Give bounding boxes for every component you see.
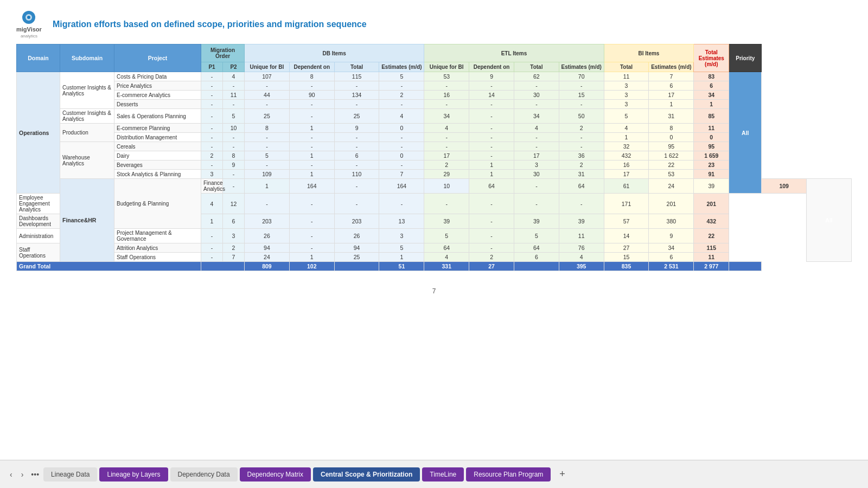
etl-cell: -	[514, 133, 559, 142]
etl-cell: 11	[559, 229, 604, 243]
project-cell: Beverages	[114, 160, 201, 170]
etl-cell: -	[469, 194, 514, 214]
tab-lineage-layers[interactable]: Lineage by Layers	[99, 467, 168, 481]
etl-cell: -	[469, 151, 514, 160]
grand-total-cell	[334, 262, 379, 271]
db-cell: -	[289, 133, 334, 142]
bi-cell: 22	[649, 160, 694, 170]
p2-cell: -	[223, 100, 245, 109]
total-est-cell: 6	[694, 81, 729, 91]
tab-dependency-matrix[interactable]: Dependency Matrix	[240, 467, 311, 481]
tab-dependency-data[interactable]: Dependency Data	[170, 467, 238, 481]
p2-cell: 3	[223, 229, 245, 243]
subdomain-cell: Customer Insights & Analytics	[60, 109, 114, 124]
table-row: Staff Operations-7241251426415611	[17, 253, 852, 262]
bi-cell: 3	[604, 91, 649, 100]
table-row: E-commerce Analytics-1144901342161430153…	[17, 91, 852, 100]
grand-total-cell: 835	[604, 262, 649, 271]
grand-total-cell: 331	[424, 262, 469, 271]
p1-cell: 4	[201, 194, 223, 214]
tab-central-scope[interactable]: Central Scope & Prioritization	[313, 467, 420, 481]
bi-cell: 432	[604, 151, 649, 160]
table-row: AdministrationProject Management & Gover…	[17, 229, 852, 243]
table-row: Warehouse AnalyticsCereals----------3295…	[17, 142, 852, 151]
tab-add-button[interactable]: +	[555, 467, 570, 481]
db-cell: -	[334, 81, 379, 91]
tab-more-button[interactable]: •••	[29, 470, 41, 479]
bi-cell: 0	[649, 133, 694, 142]
db-cell: 90	[289, 91, 334, 100]
col-total: TotalEstimates(m/d)	[694, 44, 729, 72]
p2-cell: 2	[223, 243, 245, 253]
svg-point-2	[27, 16, 30, 19]
total-est-cell: 115	[694, 243, 729, 253]
db-cell: -	[334, 194, 379, 214]
project-cell: Finance Analytics	[201, 179, 223, 194]
project-cell: Staff Operations	[114, 253, 201, 262]
logo: migVisor analytics	[16, 10, 42, 38]
etl-cell: 5	[424, 229, 469, 243]
p2-cell: 12	[223, 194, 245, 214]
p1-cell: -	[201, 72, 223, 81]
db-cell: 7	[379, 170, 424, 179]
p1-cell: 3	[201, 170, 223, 179]
db-cell: 94	[245, 243, 290, 253]
etl-cell: 2	[559, 160, 604, 170]
db-cell: 203	[245, 214, 290, 229]
db-cell: -	[289, 214, 334, 229]
grand-total-cell: 395	[559, 262, 604, 271]
col-db-unique: Unique for BI	[245, 62, 290, 72]
p2-cell: 4	[223, 72, 245, 81]
etl-cell: 31	[559, 170, 604, 179]
bi-cell: 34	[649, 243, 694, 253]
etl-cell: 2	[424, 160, 469, 170]
bi-cell: 11	[604, 72, 649, 81]
etl-cell: 4	[514, 124, 559, 133]
grand-total-cell	[514, 262, 559, 271]
grand-total-cell: 51	[379, 262, 424, 271]
p1-cell: -	[201, 142, 223, 151]
etl-cell: -	[469, 142, 514, 151]
etl-cell: 50	[559, 109, 604, 124]
p2-cell: -	[223, 170, 245, 179]
grand-total-cell: 27	[469, 262, 514, 271]
grand-total-cell: 102	[289, 262, 334, 271]
bi-cell: 3	[604, 81, 649, 91]
total-est-cell: 11	[694, 253, 729, 262]
subdomain-cell: Warehouse Analytics	[60, 142, 114, 179]
domain-cell: Finance&HR	[60, 179, 114, 262]
db-cell: 25	[334, 253, 379, 262]
col-domain: Domain	[17, 44, 60, 72]
tab-timeline[interactable]: TimeLine	[422, 467, 464, 481]
project-cell: Desserts	[114, 100, 201, 109]
total-est-cell: 85	[694, 109, 729, 124]
etl-cell: -	[424, 81, 469, 91]
db-cell: -	[245, 81, 290, 91]
db-cell: 115	[334, 72, 379, 81]
total-est-cell: 83	[694, 72, 729, 81]
p1-cell: -	[201, 124, 223, 133]
tab-resource-plan[interactable]: Resource Plan Program	[466, 467, 551, 481]
db-cell: -	[289, 100, 334, 109]
db-cell: -	[289, 194, 334, 214]
p1-cell: -	[201, 133, 223, 142]
col-p1: P1	[201, 62, 223, 72]
subdomain-cell: Production	[60, 124, 114, 142]
project-cell: Project Management & Governance	[114, 229, 201, 243]
total-est-cell: 0	[694, 133, 729, 142]
etl-cell: 6	[514, 253, 559, 262]
col-bi-total: Total	[604, 62, 649, 72]
db-cell: 1	[289, 170, 334, 179]
tab-prev-button[interactable]: ‹	[7, 468, 16, 481]
tab-lineage-data[interactable]: Lineage Data	[43, 467, 97, 481]
table-row: Stock Analytics & Planning3-109111072913…	[17, 170, 852, 179]
col-group-etl: ETL Items	[424, 44, 604, 62]
total-est-cell: 95	[694, 142, 729, 151]
project-cell: Dashboards Development	[17, 214, 60, 229]
db-cell: -	[334, 133, 379, 142]
p2-cell: 11	[223, 91, 245, 100]
bi-cell: 53	[649, 170, 694, 179]
etl-cell: 76	[559, 243, 604, 253]
p2-cell: 9	[223, 160, 245, 170]
tab-next-button[interactable]: ›	[18, 468, 27, 481]
